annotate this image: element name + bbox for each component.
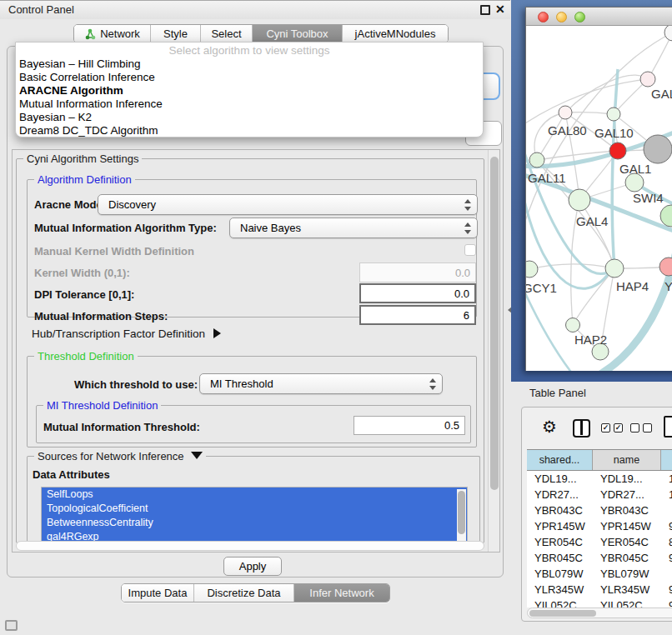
mi-threshold-field[interactable] bbox=[354, 416, 465, 435]
node-label: GAL80 bbox=[548, 123, 587, 138]
attribute-item-selected[interactable]: BetweennessCentrality bbox=[42, 516, 467, 530]
close-traffic-light-icon[interactable] bbox=[538, 12, 549, 22]
sources-title-text: Sources for Network Inference bbox=[38, 450, 184, 462]
column-header[interactable] bbox=[661, 450, 672, 470]
tab-jactivemnodules[interactable]: jActiveMNodules bbox=[343, 25, 448, 42]
network-node-hap2[interactable] bbox=[566, 318, 580, 332]
tab-cyni-toolbox[interactable]: Cyni Toolbox bbox=[253, 25, 343, 42]
cell-shared: YBR045C bbox=[527, 550, 593, 566]
column-header-shared[interactable]: shared... bbox=[527, 450, 593, 470]
network-node-gal1-selected[interactable] bbox=[609, 142, 626, 159]
algorithm-option[interactable]: Bayesian – Hill Climbing bbox=[16, 58, 483, 71]
scrollbar-thumb[interactable] bbox=[490, 157, 499, 490]
network-node-gal11[interactable] bbox=[529, 152, 544, 168]
algorithm-option[interactable]: Mutual Information Inference bbox=[16, 98, 483, 111]
mi-steps-label: Mutual Information Steps: bbox=[34, 310, 168, 322]
close-panel-icon[interactable]: ✕ bbox=[495, 2, 505, 16]
algorithm-definition-group: Algorithm Definition Aracne Mode: Discov… bbox=[27, 179, 477, 318]
manual-kernel-checkbox[interactable] bbox=[464, 244, 476, 256]
attributes-scrollbar[interactable] bbox=[457, 489, 466, 542]
network-node-hap4[interactable] bbox=[605, 259, 624, 278]
settings-scrollpane: Cyni Algorithm Settings Algorithm Defini… bbox=[12, 149, 500, 552]
network-node[interactable] bbox=[659, 258, 672, 276]
apply-button[interactable]: Apply bbox=[223, 557, 282, 576]
table-row[interactable]: YBL079W YBL079W bbox=[527, 566, 672, 582]
table-row[interactable]: YDL19... YDL19... 13 bbox=[527, 471, 672, 487]
kernel-width-field[interactable] bbox=[359, 262, 476, 282]
network-node[interactable] bbox=[660, 205, 672, 227]
scrollbar-thumb[interactable] bbox=[529, 610, 596, 617]
kernel-width-label: Kernel Width (0,1): bbox=[34, 267, 130, 279]
column-header-name[interactable]: name bbox=[593, 450, 661, 470]
table-panel: Table Panel ⚙ ✓✓ shared... name YDL19... bbox=[511, 382, 672, 635]
tab-discretize-data[interactable]: Discretize Data bbox=[194, 584, 294, 602]
tab-discretize-data-label: Discretize Data bbox=[207, 587, 280, 599]
tab-impute-data[interactable]: Impute Data bbox=[122, 584, 194, 602]
sources-title[interactable]: Sources for Network Inference bbox=[34, 450, 206, 462]
tab-style[interactable]: Style bbox=[151, 25, 201, 42]
scrollbar-thumb[interactable] bbox=[458, 491, 465, 534]
network-node[interactable] bbox=[640, 72, 655, 87]
cell-shared: YLR345W bbox=[527, 582, 593, 598]
unchecked-checkboxes-icon[interactable] bbox=[630, 423, 652, 432]
cell-shared: YBR043C bbox=[527, 502, 593, 518]
cell-shared: YIL052C bbox=[527, 598, 593, 608]
cell-value: 9. bbox=[661, 582, 672, 598]
node-label: GAL1 bbox=[619, 162, 651, 176]
table-row[interactable]: YIL052C YIL052C 9 bbox=[527, 598, 672, 608]
attribute-item-selected[interactable]: TopologicalCoefficient bbox=[42, 502, 467, 516]
table-row[interactable]: YPR145W YPR145W 9. bbox=[527, 518, 672, 534]
mi-type-combo[interactable]: Naive Bayes bbox=[229, 218, 478, 238]
tab-select[interactable]: Select bbox=[201, 25, 253, 42]
which-threshold-combo[interactable]: MI Threshold bbox=[199, 373, 443, 394]
network-node-gcy1[interactable] bbox=[526, 261, 538, 278]
table-row[interactable]: YBR043C YBR043C bbox=[527, 502, 672, 518]
settings-horizontal-scrollbar[interactable] bbox=[16, 541, 484, 551]
table-row[interactable]: YDR27... YDR27... 12 bbox=[527, 487, 672, 502]
mi-steps-field[interactable] bbox=[359, 305, 476, 325]
network-node-gal10[interactable] bbox=[607, 108, 620, 121]
cell-value bbox=[661, 502, 672, 518]
network-window-titlebar[interactable] bbox=[526, 8, 672, 26]
algorithm-option[interactable]: Bayesian – K2 bbox=[16, 111, 483, 124]
network-node-gal4[interactable] bbox=[569, 189, 590, 211]
table-toolbar: ⚙ ✓✓ bbox=[522, 414, 672, 448]
network-node[interactable] bbox=[644, 135, 672, 163]
network-node-swi4[interactable] bbox=[625, 173, 644, 192]
table-row[interactable]: YLR345W YLR345W 9. bbox=[527, 582, 672, 598]
tab-infer-network[interactable]: Infer Network bbox=[294, 584, 389, 602]
split-columns-icon[interactable] bbox=[573, 419, 590, 438]
zoom-traffic-light-icon[interactable] bbox=[574, 12, 585, 22]
table-row[interactable]: YER054C YER054C 8. bbox=[527, 534, 672, 550]
float-window-icon[interactable] bbox=[480, 5, 490, 15]
checked-checkboxes-icon[interactable]: ✓✓ bbox=[601, 423, 623, 432]
manual-kernel-label: Manual Kernel Width Definition bbox=[34, 245, 194, 258]
table-row[interactable]: YBR045C YBR045C 9. bbox=[527, 550, 672, 566]
hub-definition-toggle[interactable]: Hub/Transcription Factor Definition bbox=[32, 328, 221, 340]
network-canvas[interactable]: GAL GAL80 GAL10 GAL1 GAL11 SWI4 GAL4 GCY… bbox=[526, 26, 672, 371]
dpi-tolerance-field[interactable] bbox=[359, 283, 476, 303]
algorithm-option[interactable]: Dream8 DC_TDC Algorithm bbox=[16, 124, 483, 138]
expand-right-icon bbox=[213, 328, 221, 338]
algorithm-option-highlighted[interactable]: ARACNE Algorithm bbox=[16, 84, 483, 98]
attribute-item-selected[interactable]: SelfLoops bbox=[42, 488, 467, 502]
gear-icon[interactable]: ⚙ bbox=[542, 417, 557, 437]
table-horizontal-scrollbar[interactable] bbox=[527, 608, 672, 618]
tab-network[interactable]: Network bbox=[74, 25, 151, 42]
tab-style-label: Style bbox=[163, 28, 188, 40]
table-file-icon[interactable] bbox=[664, 416, 672, 438]
collapsed-panel-icon[interactable] bbox=[5, 620, 18, 631]
cell-value: 12 bbox=[661, 487, 672, 502]
network-node[interactable] bbox=[664, 26, 672, 41]
aracne-mode-combo[interactable]: Discovery bbox=[98, 194, 478, 215]
network-window[interactable]: GAL GAL80 GAL10 GAL1 GAL11 SWI4 GAL4 GCY… bbox=[525, 7, 672, 371]
node-label: GAL bbox=[651, 87, 672, 101]
minimize-traffic-light-icon[interactable] bbox=[556, 12, 567, 22]
data-attributes-label: Data Attributes bbox=[33, 468, 110, 481]
network-node-gal80[interactable] bbox=[559, 106, 572, 119]
node-label: GCY1 bbox=[526, 281, 557, 295]
algorithm-option[interactable]: Basic Correlation Inference bbox=[16, 71, 483, 84]
settings-vertical-scrollbar[interactable] bbox=[488, 150, 499, 552]
control-panel-title: Control Panel bbox=[8, 3, 74, 16]
mi-type-value: Naive Bayes bbox=[240, 222, 301, 234]
